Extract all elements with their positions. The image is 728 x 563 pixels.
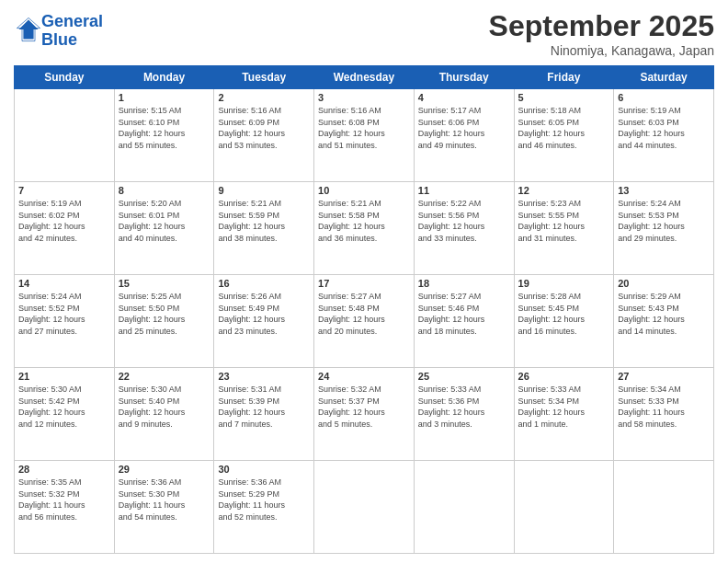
day-info: Sunrise: 5:31 AM Sunset: 5:39 PM Dayligh…: [218, 384, 310, 430]
day-number: 1: [119, 92, 210, 103]
calendar-cell: 14Sunrise: 5:24 AM Sunset: 5:52 PM Dayli…: [15, 275, 115, 368]
day-info: Sunrise: 5:20 AM Sunset: 6:01 PM Dayligh…: [119, 198, 210, 244]
calendar-cell: 13Sunrise: 5:24 AM Sunset: 5:53 PM Dayli…: [614, 182, 714, 275]
calendar-week-5: 28Sunrise: 5:35 AM Sunset: 5:32 PM Dayli…: [15, 461, 714, 554]
calendar-cell: 12Sunrise: 5:23 AM Sunset: 5:55 PM Dayli…: [514, 182, 614, 275]
calendar-cell: [514, 461, 614, 554]
day-number: 29: [119, 464, 210, 475]
day-number: 9: [218, 185, 310, 196]
calendar-cell: 10Sunrise: 5:21 AM Sunset: 5:58 PM Dayli…: [314, 182, 415, 275]
day-number: 16: [218, 278, 310, 289]
day-info: Sunrise: 5:33 AM Sunset: 5:34 PM Dayligh…: [518, 384, 610, 430]
logo: General Blue: [14, 13, 103, 50]
day-info: Sunrise: 5:36 AM Sunset: 5:30 PM Dayligh…: [119, 477, 210, 523]
calendar-cell: 17Sunrise: 5:27 AM Sunset: 5:48 PM Dayli…: [314, 275, 415, 368]
calendar-header-row: SundayMondayTuesdayWednesdayThursdayFrid…: [15, 66, 714, 89]
day-number: 28: [18, 464, 110, 475]
calendar-cell: 29Sunrise: 5:36 AM Sunset: 5:30 PM Dayli…: [114, 461, 214, 554]
day-number: 4: [418, 92, 510, 103]
day-info: Sunrise: 5:27 AM Sunset: 5:48 PM Dayligh…: [318, 291, 410, 337]
calendar-cell: 2Sunrise: 5:16 AM Sunset: 6:09 PM Daylig…: [214, 89, 314, 182]
day-info: Sunrise: 5:23 AM Sunset: 5:55 PM Dayligh…: [518, 198, 610, 244]
calendar-week-3: 14Sunrise: 5:24 AM Sunset: 5:52 PM Dayli…: [15, 275, 714, 368]
day-info: Sunrise: 5:29 AM Sunset: 5:43 PM Dayligh…: [618, 291, 710, 337]
day-info: Sunrise: 5:16 AM Sunset: 6:08 PM Dayligh…: [318, 105, 410, 151]
day-number: 23: [218, 371, 310, 382]
calendar-cell: [314, 461, 415, 554]
day-info: Sunrise: 5:24 AM Sunset: 5:52 PM Dayligh…: [18, 291, 110, 337]
day-number: 6: [618, 92, 710, 103]
page: General Blue September 2025 Ninomiya, Ka…: [0, 0, 728, 563]
calendar-header-tuesday: Tuesday: [214, 66, 314, 89]
day-info: Sunrise: 5:22 AM Sunset: 5:56 PM Dayligh…: [418, 198, 510, 244]
day-info: Sunrise: 5:21 AM Sunset: 5:58 PM Dayligh…: [318, 198, 410, 244]
day-number: 12: [518, 185, 610, 196]
day-number: 13: [618, 185, 710, 196]
day-number: 15: [119, 278, 210, 289]
calendar-cell: 25Sunrise: 5:33 AM Sunset: 5:36 PM Dayli…: [414, 368, 514, 461]
calendar-cell: 3Sunrise: 5:16 AM Sunset: 6:08 PM Daylig…: [314, 89, 415, 182]
calendar-cell: 11Sunrise: 5:22 AM Sunset: 5:56 PM Dayli…: [414, 182, 514, 275]
main-title: September 2025: [489, 9, 714, 43]
calendar-cell: 7Sunrise: 5:19 AM Sunset: 6:02 PM Daylig…: [15, 182, 115, 275]
day-info: Sunrise: 5:27 AM Sunset: 5:46 PM Dayligh…: [418, 291, 510, 337]
day-info: Sunrise: 5:34 AM Sunset: 5:33 PM Dayligh…: [618, 384, 710, 430]
calendar-header-friday: Friday: [514, 66, 614, 89]
calendar-header-sunday: Sunday: [15, 66, 115, 89]
logo-line1: General: [41, 12, 103, 30]
day-info: Sunrise: 5:18 AM Sunset: 6:05 PM Dayligh…: [518, 105, 610, 151]
day-number: 20: [618, 278, 710, 289]
subtitle: Ninomiya, Kanagawa, Japan: [489, 43, 714, 58]
header: General Blue September 2025 Ninomiya, Ka…: [14, 9, 714, 58]
day-number: 2: [218, 92, 310, 103]
calendar-cell: 20Sunrise: 5:29 AM Sunset: 5:43 PM Dayli…: [614, 275, 714, 368]
logo-line2: Blue: [41, 30, 77, 49]
day-number: 10: [318, 185, 410, 196]
day-info: Sunrise: 5:26 AM Sunset: 5:49 PM Dayligh…: [218, 291, 310, 337]
day-number: 26: [518, 371, 610, 382]
day-info: Sunrise: 5:28 AM Sunset: 5:45 PM Dayligh…: [518, 291, 610, 337]
calendar-cell: [614, 461, 714, 554]
day-info: Sunrise: 5:36 AM Sunset: 5:29 PM Dayligh…: [218, 477, 310, 523]
day-number: 21: [18, 371, 110, 382]
calendar-cell: 23Sunrise: 5:31 AM Sunset: 5:39 PM Dayli…: [214, 368, 314, 461]
calendar-week-4: 21Sunrise: 5:30 AM Sunset: 5:42 PM Dayli…: [15, 368, 714, 461]
calendar-header-saturday: Saturday: [614, 66, 714, 89]
day-info: Sunrise: 5:30 AM Sunset: 5:42 PM Dayligh…: [18, 384, 110, 430]
day-number: 25: [418, 371, 510, 382]
day-info: Sunrise: 5:15 AM Sunset: 6:10 PM Dayligh…: [119, 105, 210, 151]
day-info: Sunrise: 5:25 AM Sunset: 5:50 PM Dayligh…: [119, 291, 210, 337]
calendar-cell: 30Sunrise: 5:36 AM Sunset: 5:29 PM Dayli…: [214, 461, 314, 554]
day-info: Sunrise: 5:33 AM Sunset: 5:36 PM Dayligh…: [418, 384, 510, 430]
calendar-cell: 15Sunrise: 5:25 AM Sunset: 5:50 PM Dayli…: [114, 275, 214, 368]
day-number: 22: [119, 371, 210, 382]
calendar-header-monday: Monday: [114, 66, 214, 89]
day-number: 17: [318, 278, 410, 289]
calendar-cell: 22Sunrise: 5:30 AM Sunset: 5:40 PM Dayli…: [114, 368, 214, 461]
calendar-cell: 9Sunrise: 5:21 AM Sunset: 5:59 PM Daylig…: [214, 182, 314, 275]
title-block: September 2025 Ninomiya, Kanagawa, Japan: [489, 9, 714, 58]
day-number: 18: [418, 278, 510, 289]
calendar-cell: [414, 461, 514, 554]
calendar-cell: 21Sunrise: 5:30 AM Sunset: 5:42 PM Dayli…: [15, 368, 115, 461]
day-info: Sunrise: 5:32 AM Sunset: 5:37 PM Dayligh…: [318, 384, 410, 430]
calendar-header-thursday: Thursday: [414, 66, 514, 89]
day-number: 3: [318, 92, 410, 103]
calendar-week-2: 7Sunrise: 5:19 AM Sunset: 6:02 PM Daylig…: [15, 182, 714, 275]
day-number: 7: [18, 185, 110, 196]
day-number: 27: [618, 371, 710, 382]
day-number: 11: [418, 185, 510, 196]
day-info: Sunrise: 5:19 AM Sunset: 6:02 PM Dayligh…: [18, 198, 110, 244]
calendar-cell: 4Sunrise: 5:17 AM Sunset: 6:06 PM Daylig…: [414, 89, 514, 182]
calendar-cell: 24Sunrise: 5:32 AM Sunset: 5:37 PM Dayli…: [314, 368, 415, 461]
calendar-cell: 1Sunrise: 5:15 AM Sunset: 6:10 PM Daylig…: [114, 89, 214, 182]
calendar-cell: 18Sunrise: 5:27 AM Sunset: 5:46 PM Dayli…: [414, 275, 514, 368]
calendar-header-wednesday: Wednesday: [314, 66, 415, 89]
day-info: Sunrise: 5:19 AM Sunset: 6:03 PM Dayligh…: [618, 105, 710, 151]
day-number: 24: [318, 371, 410, 382]
logo-icon: [16, 17, 41, 42]
calendar-cell: 28Sunrise: 5:35 AM Sunset: 5:32 PM Dayli…: [15, 461, 115, 554]
day-number: 30: [218, 464, 310, 475]
calendar-cell: 6Sunrise: 5:19 AM Sunset: 6:03 PM Daylig…: [614, 89, 714, 182]
logo-text: General Blue: [41, 13, 103, 50]
